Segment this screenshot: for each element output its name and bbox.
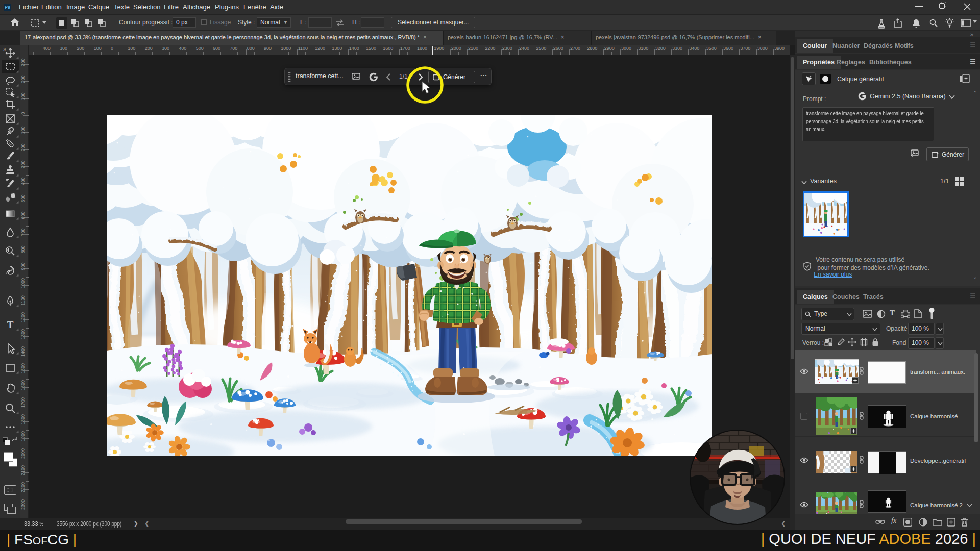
- svg-text:T: T: [7, 319, 14, 330]
